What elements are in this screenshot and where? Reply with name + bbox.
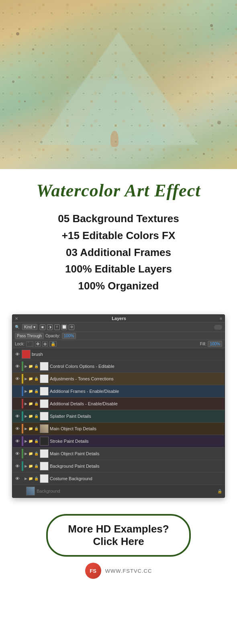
color-label-bar: [23, 486, 25, 496]
kind-dropdown[interactable]: Kind ▾: [22, 324, 37, 330]
lock-icon: 🔒: [34, 477, 39, 481]
blend-mode-dropdown[interactable]: Pass Through: [15, 333, 44, 339]
lock-icon: 🔒: [34, 427, 39, 431]
splatter-dot: [16, 32, 19, 35]
cta-button[interactable]: More HD Examples? Click Here: [46, 514, 190, 557]
layer-label: Control Colors Options - Editable: [50, 364, 223, 369]
panel-close-icon[interactable]: ✕: [15, 316, 18, 321]
splatter-dot: [203, 153, 205, 155]
layer-thumbnail: [40, 399, 49, 408]
watermark-row: FS WWW.FSTVC.CC: [85, 563, 152, 579]
eye-icon[interactable]: 👁: [14, 351, 20, 357]
splatter-dot: [24, 101, 26, 102]
background-layer[interactable]: Background 🔒: [12, 485, 225, 497]
layer-label: Costume Background: [50, 476, 223, 481]
opacity-value[interactable]: 100%: [62, 333, 76, 339]
lock-label: Lock:: [15, 342, 25, 346]
lock-all-icon[interactable]: 🔒: [49, 341, 57, 347]
color-label-bar: [22, 474, 23, 483]
filter-toggle[interactable]: [214, 325, 222, 330]
type-filter-icon[interactable]: T: [54, 324, 60, 330]
splatter-dot: [12, 80, 14, 83]
main-title: Watercolor Art Effect: [16, 181, 221, 200]
folder-icon: 📁: [29, 464, 33, 468]
cta-line1: More HD Examples?: [68, 523, 169, 535]
layer-label: brush: [32, 352, 223, 357]
layer-row[interactable]: 👁 ▶ 📁 🔒 Splatter Paint Details: [12, 410, 225, 423]
color-label-bar: [22, 449, 23, 458]
figure: [110, 131, 118, 147]
shape-filter-icon[interactable]: ⬜: [61, 324, 67, 330]
splatter-dot: [32, 48, 34, 50]
layer-row[interactable]: 👁 ▶ 📁 🔒 Main Object Top Details: [12, 423, 225, 435]
eye-icon[interactable]: [14, 388, 20, 394]
feature-item-1: 05 Background Textures: [16, 211, 221, 227]
chevron-icon[interactable]: ▶: [25, 452, 27, 456]
layer-row[interactable]: 👁 ▶ 📁 🔒 Main Object Paint Details: [12, 448, 225, 460]
color-label-bar: [22, 424, 23, 433]
layer-row[interactable]: ▶ 📁 🔒 Additional Frames - Enable/Disable: [12, 385, 225, 398]
watermark-logo: FS: [85, 563, 101, 579]
folder-icon: 📁: [29, 414, 33, 418]
eye-icon[interactable]: [14, 400, 20, 407]
chevron-icon[interactable]: ▶: [25, 464, 27, 468]
color-label-bar: [22, 436, 23, 446]
chevron-icon[interactable]: ▶: [25, 377, 27, 381]
folder-icon: 📁: [29, 439, 33, 443]
opacity-label: Opacity:: [45, 334, 60, 338]
folder-icon: 📁: [29, 452, 33, 456]
panel-title: Layers: [112, 316, 126, 321]
lock-pixel-icon[interactable]: ⬛: [26, 341, 33, 347]
chevron-icon[interactable]: ▶: [25, 414, 27, 418]
folder-icon: 📁: [29, 377, 33, 381]
pyramid-shape: [38, 32, 199, 145]
layer-label: Background Paint Details: [50, 464, 223, 469]
eye-icon[interactable]: 👁: [14, 438, 20, 444]
feature-item-5: 100% Organized: [16, 278, 221, 295]
adjust-filter-icon[interactable]: ◑: [47, 324, 53, 330]
eye-icon[interactable]: 👁: [14, 463, 20, 469]
blend-opacity-row: Pass Through Opacity: 100%: [12, 332, 225, 340]
feature-item-2: +15 Editable Colors FX: [16, 227, 221, 244]
layer-row[interactable]: 👁 ▶ 📁 🔒 Background Paint Details: [12, 460, 225, 473]
lock-icon: 🔒: [34, 389, 39, 393]
eye-icon[interactable]: 👁: [14, 425, 20, 432]
lock-pos-icon[interactable]: ✥: [35, 341, 41, 347]
layer-label: Background: [37, 489, 216, 493]
smart-filter-icon[interactable]: ⚙: [69, 324, 74, 330]
layers-panel: ✕ Layers ≡ 🔍 Kind ▾ ▣ ◑ T ⬜ ⚙ Pass Throu…: [12, 314, 225, 498]
folder-icon: 📁: [29, 402, 33, 406]
panel-menu-icon[interactable]: ≡: [220, 316, 222, 321]
layer-row[interactable]: 👁 ▶ 📁 🔒 Stroke Paint Details: [12, 435, 225, 448]
pixel-filter-icon[interactable]: ▣: [40, 324, 45, 330]
color-label-bar: [22, 374, 23, 384]
layer-row[interactable]: 👁 ▶ 📁 🔒 Control Colors Options - Editabl…: [12, 360, 225, 373]
eye-icon[interactable]: 👁: [14, 376, 20, 382]
layer-row[interactable]: 👁 brush: [12, 348, 225, 360]
layer-label: Additional Frames - Enable/Disable: [50, 389, 223, 394]
layer-label: Main Object Top Details: [50, 426, 223, 431]
layer-thumbnail: [40, 387, 49, 396]
kind-chevron-icon: ▾: [33, 325, 35, 329]
layer-label: Main Object Paint Details: [50, 451, 223, 456]
watermark-text: WWW.FSTVC.CC: [105, 568, 152, 574]
chevron-icon[interactable]: ▶: [25, 427, 27, 431]
color-label-bar: [22, 361, 23, 371]
eye-icon[interactable]: 👁: [14, 413, 20, 419]
chevron-icon[interactable]: ▶: [25, 389, 27, 393]
lock-artboard-icon[interactable]: ⊕: [42, 341, 48, 347]
chevron-icon[interactable]: ▶: [25, 364, 27, 368]
layer-row[interactable]: 👁 ▶ 📁 🔒 Adjustments - Tones Corrections: [12, 373, 225, 385]
layer-row[interactable]: ▶ 📁 🔒 Additional Details - Enable/Disabl…: [12, 398, 225, 410]
fill-value[interactable]: 100%: [208, 341, 222, 347]
eye-icon[interactable]: 👁: [14, 363, 20, 369]
chevron-icon[interactable]: ▶: [25, 439, 27, 443]
glass-overlay: [60, 80, 173, 169]
chevron-icon[interactable]: ▶: [25, 402, 27, 406]
chevron-icon[interactable]: ▶: [25, 477, 27, 481]
layer-row[interactable]: 👁 ▶ 📁 🔒 Costume Background: [12, 473, 225, 485]
kind-label: Kind: [24, 325, 32, 329]
lock-icon: 🔒: [34, 414, 39, 418]
eye-icon[interactable]: 👁: [14, 450, 20, 457]
eye-icon[interactable]: 👁: [14, 475, 20, 482]
